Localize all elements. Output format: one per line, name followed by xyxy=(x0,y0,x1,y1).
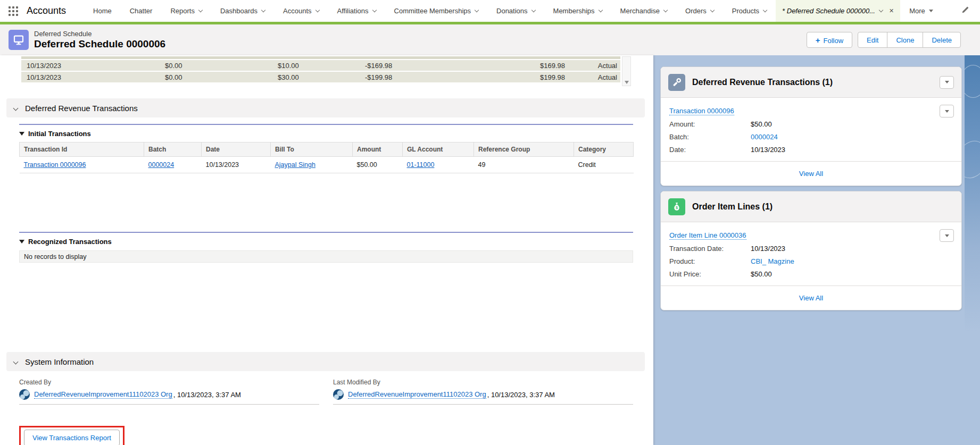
follow-label: Follow xyxy=(823,37,843,45)
created-timestamp: , 10/13/2023, 3:37 AM xyxy=(173,391,241,399)
chevron-down-icon xyxy=(372,8,376,12)
tab-label: Products xyxy=(732,7,759,15)
cell-amount: -$199.98 xyxy=(360,73,536,81)
view-transactions-report-button[interactable]: View Transactions Report xyxy=(24,430,120,445)
field-row: Batch: 0000024 xyxy=(669,133,954,141)
scroll-down-icon[interactable] xyxy=(625,81,629,84)
nav-tab-donations[interactable]: Donations xyxy=(487,0,544,22)
drt-section-body: Initial Transactions Transaction Id Batc… xyxy=(19,124,633,263)
money-bag-icon: $ xyxy=(668,198,685,215)
nav-more-menu[interactable]: More xyxy=(900,0,942,22)
related-panel: Deferred Revenue Transactions (1) Transa… xyxy=(653,55,980,445)
chevron-down-icon xyxy=(261,8,265,12)
col-date: Date xyxy=(202,142,271,157)
deferred-schedule-object-icon xyxy=(9,30,29,50)
initial-transactions-toggle[interactable]: Initial Transactions xyxy=(19,130,633,138)
record-header: Deferred Schedule Deferred Schedule 0000… xyxy=(0,24,980,55)
field-value: DeferredRevenueImprovement11102023 Org ,… xyxy=(19,389,319,405)
recognized-transactions-toggle[interactable]: Recognized Transactions xyxy=(19,238,633,246)
table-scrollbar[interactable] xyxy=(622,56,631,86)
field-label: Batch: xyxy=(669,133,751,141)
card-body: Transaction 0000096 Amount: $50.00 Batch… xyxy=(661,98,961,161)
follow-button[interactable]: +Follow xyxy=(807,32,852,48)
clone-button[interactable]: Clone xyxy=(887,32,923,48)
app-name: Accounts xyxy=(27,5,66,16)
close-icon[interactable]: ✕ xyxy=(889,7,894,14)
edit-button[interactable]: Edit xyxy=(858,32,887,48)
field-value: $50.00 xyxy=(751,120,772,128)
batch-link[interactable]: 0000024 xyxy=(751,133,778,141)
app-launcher-icon[interactable] xyxy=(9,6,18,16)
more-label: More xyxy=(909,7,925,15)
batch-link[interactable]: 0000024 xyxy=(148,161,175,169)
transaction-record-link[interactable]: Transaction 0000096 xyxy=(669,107,734,115)
page-content: 10/13/2023 $0.00 $10.00 -$169.98 $169.98… xyxy=(0,55,980,445)
section-divider xyxy=(19,232,633,233)
col-bill-to: Bill To xyxy=(271,142,353,157)
entity-label: Deferred Schedule xyxy=(34,30,165,38)
nav-tab-merchandise[interactable]: Merchandise xyxy=(611,0,676,22)
delete-button[interactable]: Delete xyxy=(923,32,961,48)
tab-label: Chatter xyxy=(130,7,153,15)
field-value: $50.00 xyxy=(751,270,772,278)
tab-label: * Deferred Schedule 000000... xyxy=(782,7,875,15)
tab-label: Affiliations xyxy=(337,7,369,15)
cell-amount: $0.00 xyxy=(160,62,272,70)
chevron-down-icon xyxy=(763,8,767,12)
triangle-down-icon xyxy=(19,240,24,244)
order-item-line-record-link[interactable]: Order Item Line 0000036 xyxy=(669,231,746,240)
nav-tab-committee-memberships[interactable]: Committee Memberships xyxy=(385,0,488,22)
tab-label: Memberships xyxy=(553,7,595,15)
cell-amount: $0.00 xyxy=(160,73,272,81)
chevron-down-icon[interactable] xyxy=(879,8,883,12)
nav-tab-home[interactable]: Home xyxy=(84,0,121,22)
transaction-id-link[interactable]: Transaction 0000096 xyxy=(24,161,86,169)
row-menu-button[interactable] xyxy=(940,229,954,242)
chevron-down-icon xyxy=(598,8,602,12)
product-link[interactable]: CBI_ Magzine xyxy=(751,257,794,265)
cell-date: 10/13/2023 xyxy=(202,157,271,173)
subsection-title: Recognized Transactions xyxy=(28,238,112,246)
chevron-down-icon xyxy=(531,8,535,12)
nav-tab-affiliations[interactable]: Affiliations xyxy=(328,0,385,22)
table-header-row: Transaction Id Batch Date Bill To Amount… xyxy=(20,142,634,157)
section-system-information[interactable]: System Information xyxy=(6,352,645,371)
cell-amount: $30.00 xyxy=(272,73,360,81)
created-by-link[interactable]: DeferredRevenueImprovement11102023 Org xyxy=(34,390,172,399)
record-actions: +Follow Edit Clone Delete xyxy=(807,32,961,48)
cell-amount: $169.98 xyxy=(536,62,565,70)
nav-tab-accounts[interactable]: Accounts xyxy=(274,0,328,22)
nav-tab-reports[interactable]: Reports xyxy=(161,0,211,22)
nav-tab-chatter[interactable]: Chatter xyxy=(121,0,162,22)
view-all-link[interactable]: View All xyxy=(799,170,823,178)
nav-tab-memberships[interactable]: Memberships xyxy=(544,0,611,22)
card-body: Order Item Line 0000036 Transaction Date… xyxy=(661,222,961,286)
cell-amount: -$169.98 xyxy=(360,62,536,70)
triangle-down-icon xyxy=(19,132,24,136)
gl-account-link[interactable]: 01-11000 xyxy=(407,161,435,169)
nav-tab-dashboards[interactable]: Dashboards xyxy=(211,0,274,22)
row-menu-button[interactable] xyxy=(940,105,954,117)
nav-tab-deferred-schedule-active[interactable]: * Deferred Schedule 000000... ✕ xyxy=(776,0,900,22)
edit-pencil-icon[interactable] xyxy=(961,6,969,16)
chevron-down-icon xyxy=(13,105,19,111)
cell-amount: $50.00 xyxy=(353,157,403,173)
view-all-link[interactable]: View All xyxy=(799,294,823,302)
col-category: Category xyxy=(574,142,634,157)
card-header: $ Order Item Lines (1) xyxy=(661,191,961,222)
last-modified-by-field: Last Modified By DeferredRevenueImprovem… xyxy=(333,379,633,405)
card-menu-button[interactable] xyxy=(940,76,954,89)
bill-to-link[interactable]: Ajaypal Singh xyxy=(275,161,315,169)
last-modified-by-link[interactable]: DeferredRevenueImprovement11102023 Org xyxy=(348,390,486,399)
tab-label: Reports xyxy=(170,7,195,15)
section-deferred-revenue-transactions[interactable]: Deferred Revenue Transactions xyxy=(6,98,645,117)
card-footer: View All xyxy=(661,161,961,186)
record-titles: Deferred Schedule Deferred Schedule 0000… xyxy=(34,30,165,50)
field-label: Created By xyxy=(19,379,319,386)
nav-tab-products[interactable]: Products xyxy=(723,0,776,22)
tab-label: Dashboards xyxy=(220,7,258,15)
field-row: Product: CBI_ Magzine xyxy=(669,257,954,265)
nav-tab-orders[interactable]: Orders xyxy=(676,0,723,22)
caret-down-icon xyxy=(945,81,949,83)
wrench-icon xyxy=(668,74,685,91)
